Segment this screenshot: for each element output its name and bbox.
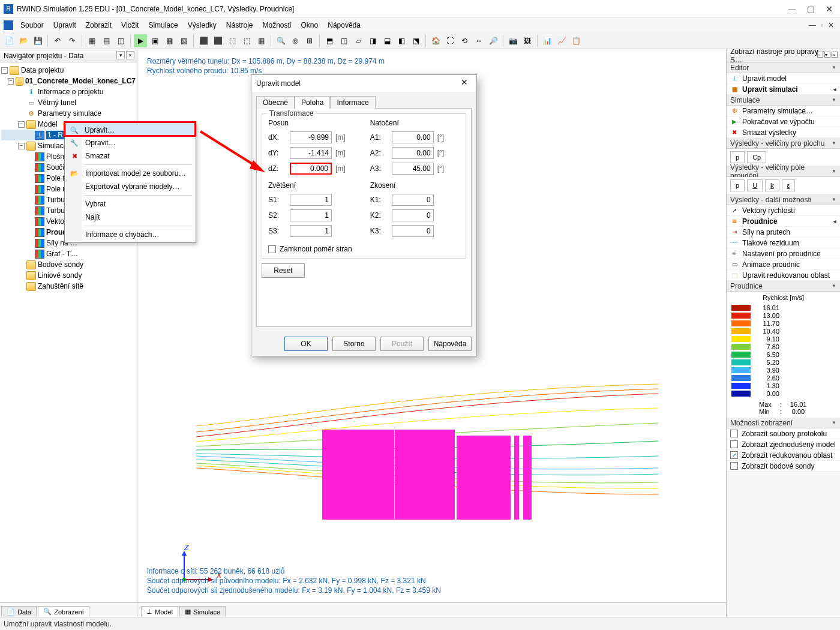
tb-open-icon[interactable]: 📂	[17, 34, 30, 47]
tree-item[interactable]: ℹInformace o projektu	[1, 86, 136, 97]
ctx-opravit[interactable]: 🔧Opravit…	[66, 136, 194, 149]
cancel-button[interactable]: Storno	[332, 337, 376, 351]
input-s3[interactable]	[290, 225, 332, 237]
section-mzob[interactable]: Možnosti zobrazení▼	[727, 418, 840, 428]
tb-icon[interactable]: ▦	[254, 34, 268, 47]
tb-icon[interactable]: 🏠	[429, 34, 442, 47]
minimize-button[interactable]: —	[788, 4, 796, 14]
checkbox[interactable]	[730, 430, 738, 437]
tb-icon[interactable]: ⟲	[458, 34, 471, 47]
tb-save-icon[interactable]: 💾	[31, 34, 44, 47]
btn-e[interactable]: ε	[782, 179, 796, 191]
tb-undo-icon[interactable]: ↶	[51, 34, 64, 47]
ctx-chyby[interactable]: Informace o chybách…	[66, 228, 194, 241]
tb-new-icon[interactable]: 📄	[2, 34, 16, 47]
tb-run-icon[interactable]: ▶	[134, 34, 147, 47]
help-button[interactable]: Nápověda	[428, 337, 472, 351]
tab-data[interactable]: 📄 Data	[1, 606, 37, 617]
tab-poloha[interactable]: Poloha	[295, 96, 330, 109]
ctx-import[interactable]: 📂Importovat model ze souboru…	[66, 167, 194, 180]
menu-tools[interactable]: Nástroje	[221, 20, 258, 31]
ctx-vybrat[interactable]: Vybrat	[66, 197, 194, 211]
ctx-smazat[interactable]: ✖Smazat	[66, 149, 194, 163]
tb-icon[interactable]: ⬚	[240, 34, 253, 47]
tb-icon[interactable]: ↔	[472, 34, 485, 47]
ctx-upravit[interactable]: 🔍Upravit…	[65, 124, 195, 137]
tb-icon[interactable]: ⛶	[443, 34, 457, 47]
dialog-close-button[interactable]: ✕	[457, 77, 472, 89]
input-k3[interactable]	[392, 225, 434, 237]
input-dx[interactable]	[290, 131, 332, 143]
ritem-anim[interactable]: ▭Animace proudnic	[727, 259, 840, 270]
ctx-export[interactable]: Exportovat vybrané modely…	[66, 180, 194, 193]
section-vplochu[interactable]: Výsledky - veličiny pro plochu▼	[727, 138, 840, 149]
apply-button[interactable]: Použít	[380, 337, 424, 351]
tb-icon[interactable]: ◨	[366, 34, 379, 47]
tree-root[interactable]: −Data projektu	[1, 65, 136, 76]
input-s1[interactable]	[290, 194, 332, 206]
section-vpole[interactable]: Výsledky - veličiny pole proudění▼	[727, 166, 840, 177]
tree-item[interactable]: Bodové sondy	[1, 259, 136, 270]
tb-icon[interactable]: 📈	[555, 34, 568, 47]
tb-icon[interactable]: ▦	[163, 34, 176, 47]
reset-button[interactable]: Reset	[262, 263, 305, 278]
display-option[interactable]: Zobrazit zjednodušený model	[727, 439, 840, 450]
tab-informace[interactable]: Informace	[330, 96, 375, 109]
tree-item[interactable]: Graf - T…	[1, 248, 136, 259]
display-option[interactable]: Zobrazit bodové sondy	[727, 461, 840, 472]
tb-icon[interactable]: ◫	[114, 34, 127, 47]
btn-cp[interactable]: Cp	[747, 151, 766, 163]
tb-icon[interactable]: ⬚	[226, 34, 239, 47]
maximize-button[interactable]: ▢	[807, 4, 815, 14]
tb-redo-icon[interactable]: ↷	[65, 34, 79, 47]
menu-options[interactable]: Možnosti	[258, 20, 296, 31]
tb-icon[interactable]: 📋	[569, 34, 583, 47]
tb-icon[interactable]: ⬓	[380, 34, 394, 47]
tb-icon[interactable]: 📊	[541, 34, 554, 47]
tree-item[interactable]: ▭Větrný tunel	[1, 97, 136, 108]
input-k2[interactable]	[392, 209, 434, 221]
dialog-title-bar[interactable]: Upravit model ✕	[251, 75, 476, 92]
tb-icon[interactable]: ▦	[85, 34, 98, 47]
ritem-params[interactable]: ⚙Parametry simulace…	[727, 106, 840, 116]
tb-icon[interactable]: 🖼	[521, 34, 534, 47]
input-k1[interactable]	[392, 194, 434, 206]
ritem-tlak[interactable]: 〰Tlakové reziduum	[727, 238, 840, 248]
input-dz[interactable]	[290, 163, 332, 175]
close-panel-icon[interactable]: ×	[126, 51, 134, 59]
pin-icon[interactable]: ▾	[116, 51, 125, 59]
ctx-najit[interactable]: Najít	[66, 211, 194, 224]
tb-icon[interactable]: ⬒	[323, 34, 336, 47]
menu-results[interactable]: Výsledky	[183, 20, 221, 31]
ritem-smazat[interactable]: ✖Smazat výsledky	[727, 127, 840, 138]
checkbox-lock[interactable]	[268, 245, 276, 253]
tb-icon[interactable]: ▣	[148, 34, 161, 47]
btn-k[interactable]: k	[765, 179, 779, 191]
tb-icon[interactable]: 🔎	[487, 34, 500, 47]
btn-u[interactable]: U	[747, 179, 763, 191]
section-editor[interactable]: Editor▼	[727, 62, 840, 73]
mdi-restore[interactable]: ▫	[821, 21, 823, 29]
tb-icon[interactable]: ⊞	[303, 34, 316, 47]
menu-insert[interactable]: Vložit	[116, 20, 143, 31]
ritem-sily[interactable]: ⇥Síly na prutech	[727, 227, 840, 238]
tab-simulace[interactable]: ▦ Simulace	[179, 606, 226, 617]
menu-file[interactable]: Soubor	[16, 20, 49, 31]
tb-icon[interactable]: ▤	[100, 34, 113, 47]
section-sim[interactable]: Simulace▼	[727, 95, 840, 106]
tree-item[interactable]: ⚙Parametry simulace	[1, 108, 136, 119]
tb-icon[interactable]: ⏥	[352, 34, 365, 47]
checkbox[interactable]: ✓	[730, 451, 738, 459]
menu-help[interactable]: Nápověda	[323, 20, 365, 31]
ritem-upmodel[interactable]: ⊥Upravit model	[727, 73, 840, 84]
input-a3[interactable]	[392, 163, 434, 175]
tb-icon[interactable]: ⬛	[211, 34, 224, 47]
tb-icon[interactable]: ◎	[289, 34, 302, 47]
tb-icon[interactable]: ▧	[177, 34, 190, 47]
btn-p2[interactable]: p	[730, 179, 745, 191]
tb-icon[interactable]: ◧	[395, 34, 408, 47]
display-option[interactable]: Zobrazit soubory protokolu	[727, 428, 840, 439]
tb-icon[interactable]: 🔍	[274, 34, 287, 47]
ritem-nast[interactable]: ≡Nastavení pro proudnice	[727, 248, 840, 259]
tree-item[interactable]: Liniové sondy	[1, 270, 136, 281]
